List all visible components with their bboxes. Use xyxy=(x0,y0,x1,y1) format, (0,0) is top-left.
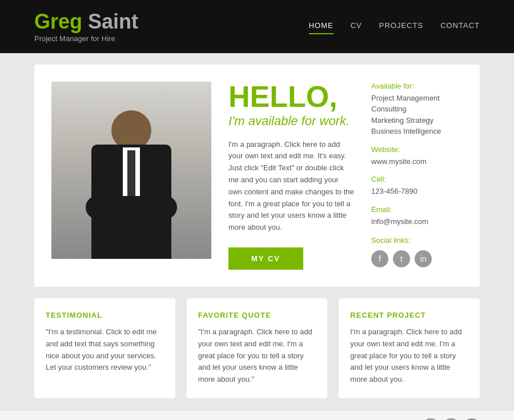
bottom-cards: TESTIMONIAL "I'm a testimonial. Click to… xyxy=(34,298,480,398)
site-header: Greg Saint Project Manager for Hire HOME… xyxy=(0,0,514,53)
social-label: Social links: xyxy=(371,236,463,245)
website-label: Website: xyxy=(371,145,463,154)
nav-cv[interactable]: CV xyxy=(351,21,362,32)
website-value: www.mysite.com xyxy=(371,156,463,167)
linkedin-icon[interactable]: in xyxy=(415,250,432,267)
cv-button[interactable]: MY CV xyxy=(228,247,303,270)
project-card: RECENT PROJECT I'm a paragraph. Click he… xyxy=(339,298,480,398)
testimonial-card: TESTIMONIAL "I'm a testimonial. Click to… xyxy=(34,298,175,398)
main-nav: HOME CV PROJECTS CONTACT xyxy=(309,21,480,32)
hero-card: HELLO, I'm available for work. I'm a par… xyxy=(34,65,480,287)
site-tagline: Project Manager for Hire xyxy=(34,34,138,43)
site-footer: © 2023 by GREG SAINT. Proudly created wi… xyxy=(0,410,514,420)
quote-title: FAVORITE QUOTE xyxy=(198,311,316,319)
nav-home[interactable]: HOME xyxy=(309,21,334,32)
site-name: Greg Saint xyxy=(34,10,138,33)
cell-value: 123-456-7890 xyxy=(371,186,463,197)
page-content: HELLO, I'm available for work. I'm a par… xyxy=(0,53,514,398)
testimonial-title: TESTIMONIAL xyxy=(46,311,164,319)
project-title: RECENT PROJECT xyxy=(350,311,468,319)
twitter-icon[interactable]: t xyxy=(393,250,410,267)
quote-card: FAVORITE QUOTE "I'm a paragraph. Click h… xyxy=(187,298,328,398)
quote-text: "I'm a paragraph. Click here to add your… xyxy=(198,326,316,386)
available-label: Available for: xyxy=(371,82,463,90)
email-label: Email: xyxy=(371,205,463,214)
social-icons-row: f t in xyxy=(371,250,463,267)
available-items: Project ManagementConsultingMarketing St… xyxy=(371,93,463,137)
greeting-text: HELLO, xyxy=(228,82,354,111)
cell-label: Cell: xyxy=(371,175,463,183)
bio-text: I'm a paragraph. Click here to add your … xyxy=(228,139,354,234)
available-text: I'm available for work. xyxy=(228,114,354,129)
facebook-icon[interactable]: f xyxy=(371,250,388,267)
nav-projects[interactable]: PROJECTS xyxy=(379,21,423,32)
nav-contact[interactable]: CONTACT xyxy=(440,21,480,32)
project-text: I'm a paragraph. Click here to add your … xyxy=(350,326,468,386)
email-value: info@mysite.com xyxy=(371,216,463,227)
profile-photo xyxy=(51,82,211,259)
brand-area: Greg Saint Project Manager for Hire xyxy=(34,10,138,43)
testimonial-text: "I'm a testimonial. Click to edit me and… xyxy=(46,326,164,374)
name-first: Greg xyxy=(34,10,82,33)
name-last: Saint xyxy=(82,10,138,33)
hero-middle: HELLO, I'm available for work. I'm a par… xyxy=(228,82,354,270)
hero-sidebar: Available for: Project ManagementConsult… xyxy=(371,82,463,268)
